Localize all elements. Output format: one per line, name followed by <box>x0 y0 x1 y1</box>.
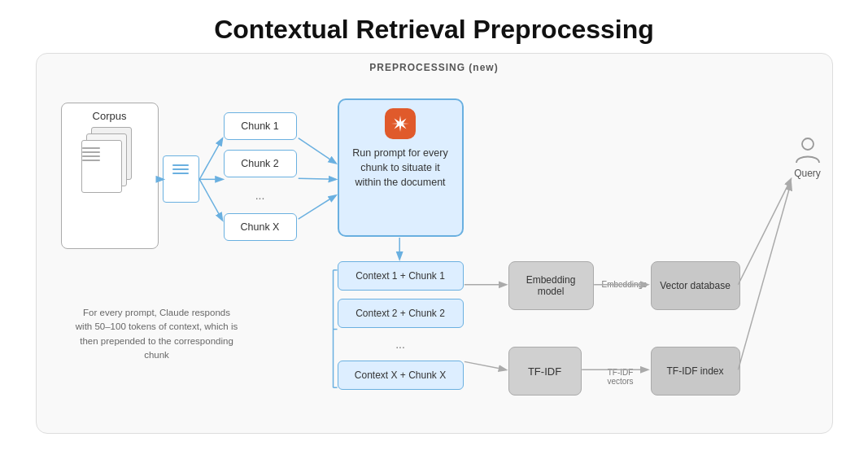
context-chunk-2: Context 2 + Chunk 2 <box>338 299 464 328</box>
svg-line-14 <box>738 183 791 369</box>
chunks-dots: ... <box>224 187 297 203</box>
svg-line-4 <box>199 179 222 220</box>
svg-point-0 <box>802 138 813 150</box>
single-document <box>163 155 199 203</box>
document-lines-icon <box>172 164 189 177</box>
tfidf-index-box: TF-IDF index <box>651 347 740 396</box>
llm-box: Run prompt for every chunk to situate it… <box>338 98 464 237</box>
claude-icon <box>385 108 416 139</box>
query-label: Query <box>794 168 821 179</box>
chunk-box-x: Chunk X <box>224 213 297 241</box>
claude-logo-svg <box>390 114 410 133</box>
svg-line-2 <box>199 139 222 180</box>
preprocessing-label: PREPROCESSING (new) <box>37 54 832 73</box>
doc-page-front <box>81 140 122 193</box>
llm-prompt-text: Run prompt for every chunk to situate it… <box>339 146 462 190</box>
svg-line-7 <box>298 195 335 219</box>
tfidf-vectors-label: TF-IDF vectors <box>596 368 645 386</box>
chunk-box-1: Chunk 1 <box>224 112 297 140</box>
tfidf-box: TF-IDF <box>508 347 582 396</box>
note-text: For every prompt, Claude responds with 5… <box>76 306 238 362</box>
page-title: Contextual Retrieval Preprocessing <box>214 0 654 53</box>
embeddings-label: Embeddings <box>602 280 648 289</box>
svg-line-6 <box>298 178 335 179</box>
context-chunks-area: Context 1 + Chunk 1 Context 2 + Chunk 2 … <box>338 261 464 390</box>
diagram-container: PREPROCESSING (new) Corpus <box>36 53 833 434</box>
context-dots: ... <box>338 336 464 352</box>
vector-database-box: Vector database <box>651 261 740 310</box>
query-person-icon <box>793 135 822 164</box>
context-chunk-1: Context 1 + Chunk 1 <box>338 261 464 291</box>
corpus-box: Corpus <box>61 103 159 249</box>
chunk-box-2: Chunk 2 <box>224 150 297 177</box>
embedding-model-box: Embedding model <box>508 261 594 310</box>
svg-line-5 <box>298 138 335 164</box>
svg-line-10 <box>464 361 505 369</box>
chunks-area: Chunk 1 Chunk 2 ... Chunk X <box>224 112 297 241</box>
corpus-label: Corpus <box>93 110 127 122</box>
context-chunk-x: Context X + Chunk X <box>338 361 464 390</box>
page: Contextual Retrieval Preprocessing PREPR… <box>0 0 868 459</box>
doc-stack <box>81 127 138 225</box>
query-area: Query <box>793 135 822 179</box>
svg-line-13 <box>738 179 791 284</box>
